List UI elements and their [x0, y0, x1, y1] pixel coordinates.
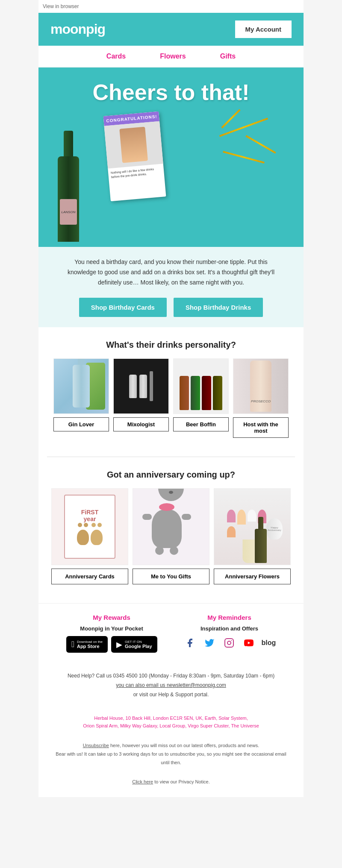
instagram-icon[interactable]: [222, 636, 236, 650]
address-section: Herbal House, 10 Back Hill, London EC1R …: [38, 708, 304, 736]
beer-boffin-image[interactable]: [173, 358, 229, 414]
beer-bottle-2: [191, 376, 200, 410]
help-line-2[interactable]: you can also email us newsletter@moonpig…: [47, 681, 295, 690]
beer-bottle-3: [202, 376, 211, 410]
footer-rewards-section: My Rewards Moonpig in Your Pocket  Down…: [38, 603, 304, 663]
privacy-section: Click here to view our Privacy Notice.: [38, 776, 304, 797]
champagne-bottle: LANSON: [51, 131, 86, 233]
navigation: Cards Flowers Gifts: [38, 46, 304, 67]
drinks-section-title: What's their drinks personality?: [47, 340, 295, 350]
anniversary-flowers-label[interactable]: Anniversary Flowers: [214, 569, 291, 584]
my-reminders-title: My Reminders: [207, 614, 251, 621]
address-line-1: Herbal House, 10 Back Hill, London EC1R …: [47, 715, 295, 722]
me-to-you-label[interactable]: Me to You Gifts: [133, 569, 209, 584]
anniversary-cards-image[interactable]: FiRSTyear: [51, 488, 128, 565]
card-person-image: [119, 127, 148, 163]
facebook-icon[interactable]: [183, 636, 197, 650]
me-to-you-image[interactable]: [133, 488, 209, 565]
beer-visual: [174, 359, 228, 413]
first-year-card-visual: FiRSTyear: [52, 489, 128, 565]
beer-boffin-item: Beer Boffin: [173, 358, 229, 438]
bear-2-ear-r: [97, 523, 102, 527]
google-play-text: GET IT ON Google Play: [125, 640, 152, 649]
prosecco-visual: PROSECCO: [233, 359, 288, 413]
teddy-head: [158, 488, 184, 501]
host-label[interactable]: Host with the most: [233, 417, 289, 438]
anniversary-section: Got an anniversary coming up? FiRSTyear: [38, 457, 304, 603]
mixologist-item: Mixologist: [113, 358, 169, 438]
help-line-3: or visit our Help & Support portal.: [47, 690, 295, 700]
ribbon-decoration-2: [245, 135, 276, 153]
mixologist-image[interactable]: [113, 358, 169, 414]
google-play-small: GET IT ON: [125, 640, 152, 644]
bear-1-ear-r: [84, 523, 88, 527]
gin-lover-image[interactable]: [53, 358, 109, 414]
ribbon-decoration-3: [221, 109, 240, 128]
logo[interactable]: moonpig: [50, 21, 105, 37]
nav-flowers[interactable]: Flowers: [160, 53, 186, 60]
nav-gifts[interactable]: Gifts: [220, 53, 236, 60]
hero-visual: LANSON CONGRATULATIONS! Nothing will I d…: [38, 101, 304, 233]
apple-icon: : [71, 639, 74, 649]
mix-bottle-2: [139, 375, 147, 398]
anniversary-cards-label[interactable]: Anniversary Cards: [51, 569, 128, 584]
help-line-1: Need Help? Call us 0345 4500 100 (Monday…: [47, 672, 295, 681]
card-image: [104, 121, 163, 169]
hero-banner: Cheers to that! LANSON CONGRATULATIONS! …: [38, 67, 304, 247]
top-bar: View in browser: [38, 0, 304, 13]
unsub-line-1: Unsubscribe here, however you will miss …: [56, 742, 286, 750]
social-icons-group: blog: [183, 636, 276, 650]
shop-birthday-cards-button[interactable]: Shop Birthday Cards: [79, 298, 167, 317]
view-in-browser-link[interactable]: View in browser: [43, 3, 79, 9]
gin-lover-label[interactable]: Gin Lover: [53, 417, 109, 431]
ribbon-decoration-4: [223, 151, 265, 164]
host-image[interactable]: PROSECCO: [233, 358, 289, 414]
google-play-large: Google Play: [125, 644, 152, 649]
beer-bottle-4: [213, 376, 222, 410]
first-year-title: FiRSTyear: [81, 509, 98, 523]
header: moonpig My Account: [38, 13, 304, 46]
blog-link[interactable]: blog: [262, 639, 276, 647]
my-rewards-title: My Rewards: [93, 614, 130, 621]
app-store-small: Download on the: [77, 640, 103, 644]
prosecco-bottle: PROSECCO: [250, 361, 271, 412]
ribbon-decoration-1: [219, 118, 268, 137]
svg-point-1: [227, 641, 231, 645]
beer-bottle-1: [180, 376, 189, 410]
youtube-icon[interactable]: [242, 636, 256, 650]
shop-birthday-drinks-button[interactable]: Shop Birthday Drinks: [174, 298, 263, 317]
my-rewards-column: My Rewards Moonpig in Your Pocket  Down…: [66, 614, 157, 653]
beer-boffin-label[interactable]: Beer Boffin: [173, 417, 229, 431]
app-store-button[interactable]:  Download on the App Store: [66, 636, 108, 653]
google-play-button[interactable]: ▶ GET IT ON Google Play: [111, 636, 157, 653]
app-store-large: App Store: [77, 644, 103, 649]
anniversary-section-title: Got an anniversary coming up?: [47, 470, 295, 480]
prosecco-label: PROSECCO: [250, 399, 271, 403]
my-account-button[interactable]: My Account: [235, 21, 292, 38]
mixologist-label[interactable]: Mixologist: [113, 417, 169, 431]
unsub-line-2: Bear with us! It can take up to 3 workin…: [56, 750, 286, 767]
anniversary-cards-item: FiRSTyear: [51, 488, 128, 584]
privacy-text: to view our Privacy Notice.: [153, 779, 210, 784]
privacy-link[interactable]: Click here: [132, 779, 153, 784]
greeting-card: CONGRATULATIONS! Nothing will I do like …: [103, 111, 166, 202]
my-reminders-column: My Reminders Inspiration and Offers: [183, 614, 276, 653]
anniversary-products-grid: FiRSTyear: [47, 488, 295, 584]
nav-cards[interactable]: Cards: [106, 53, 126, 60]
mixologist-visual: [114, 359, 168, 413]
flowers-visual: Happy Anniversary: [214, 489, 290, 565]
cta-button-group: Shop Birthday Cards Shop Birthday Drinks: [60, 298, 282, 317]
inspiration-subtitle: Inspiration and Offers: [200, 625, 258, 632]
bear-1: [77, 530, 89, 545]
pocket-subtitle: Moonpig in Your Pocket: [80, 625, 143, 632]
svg-point-2: [231, 640, 232, 641]
anniversary-flowers-image[interactable]: Happy Anniversary: [214, 488, 291, 565]
gin-bottle-body: [73, 365, 90, 408]
svg-rect-0: [225, 639, 233, 647]
twitter-icon[interactable]: [203, 636, 216, 650]
unsubscribe-link[interactable]: Unsubscribe: [83, 743, 109, 748]
body-copy: You need a birthday card, and you know t…: [60, 257, 282, 287]
hero-title: Cheers to that!: [93, 67, 250, 105]
host-item: PROSECCO Host with the most: [233, 358, 289, 438]
bottle-body: LANSON: [58, 156, 79, 242]
